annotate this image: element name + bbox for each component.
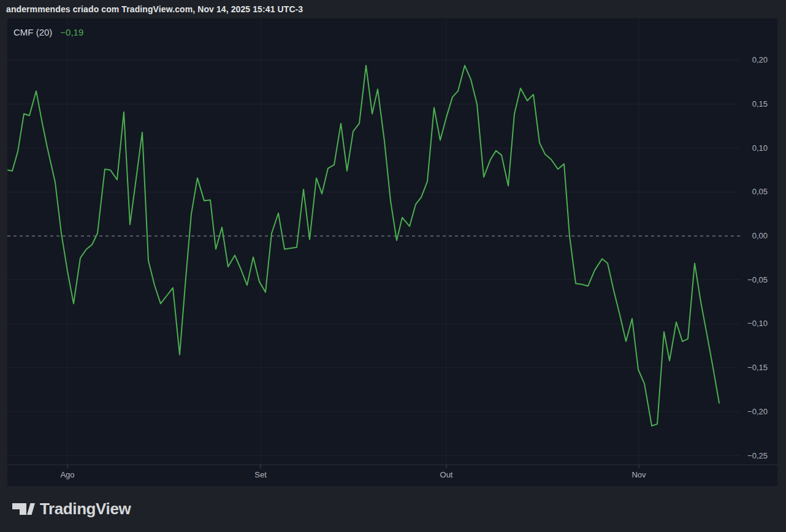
tradingview-logo-link[interactable]: TradingView: [12, 500, 131, 520]
price-scale-label: 0,15: [731, 99, 768, 109]
attribution-bar: andermmendes criado com TradingView.com,…: [0, 0, 786, 18]
time-scale-label: Ago: [49, 470, 86, 480]
price-scale-label: −0,25: [731, 451, 768, 461]
indicator-value: −0,19: [60, 27, 83, 37]
cmf-series-line[interactable]: [8, 66, 719, 426]
time-scale-label: Set: [242, 470, 279, 480]
price-scale-label: −0,15: [731, 363, 768, 373]
price-scale-label: 0,00: [731, 231, 768, 241]
time-scale-label: Nov: [620, 470, 657, 480]
price-scale-label: −0,05: [731, 275, 768, 285]
tradingview-mark-icon: [12, 503, 37, 517]
cmf-chart-plot[interactable]: [7, 18, 777, 486]
indicator-name-label: CMF (20): [13, 27, 52, 37]
price-scale-label: 0,20: [731, 55, 768, 65]
attribution-text: andermmendes criado com TradingView.com,…: [6, 0, 303, 19]
tradingview-brand-text: TradingView: [40, 500, 131, 517]
price-scale-label: 0,05: [731, 187, 768, 197]
cmf-chart-panel[interactable]: CMF (20)−0,19 0,200,150,100,050,00−0,05−…: [7, 18, 777, 486]
price-scale-label: −0,20: [731, 407, 768, 417]
price-scale-label: −0,10: [731, 319, 768, 329]
price-scale-label: 0,10: [731, 143, 768, 153]
price-scale[interactable]: 0,200,150,100,050,00−0,05−0,10−0,15−0,20…: [737, 18, 777, 465]
time-scale[interactable]: AgoSetOutNov: [7, 465, 777, 486]
indicator-legend[interactable]: CMF (20)−0,19: [13, 26, 83, 39]
time-scale-label: Out: [428, 470, 465, 480]
